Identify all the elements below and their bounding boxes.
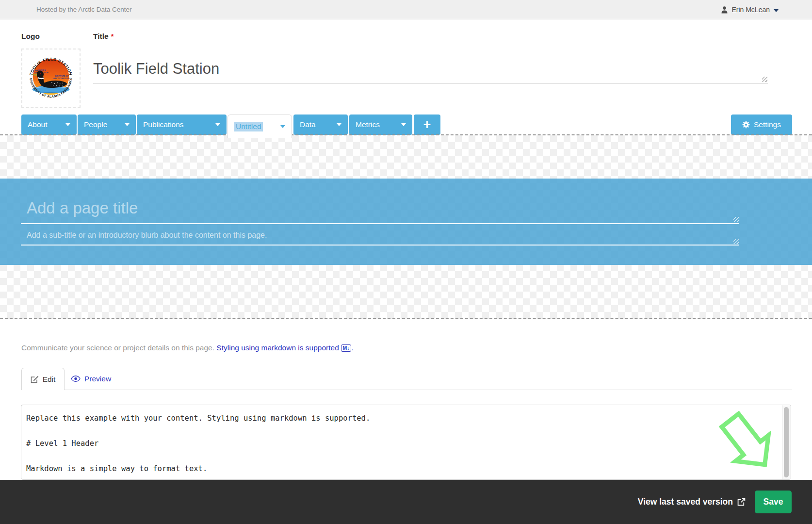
- page-title-input[interactable]: Add a page title: [21, 196, 739, 224]
- tab-preview[interactable]: Preview: [71, 368, 111, 390]
- portal-logo-upload[interactable]: TOOLIK FIELD STATION Lat 68°38' N Long 1…: [21, 49, 81, 108]
- plus-icon: +: [423, 117, 431, 132]
- settings-label: Settings: [754, 120, 781, 129]
- editor-scrollbar-thumb[interactable]: [784, 407, 789, 477]
- logo-institute-line2: ARCTIC BIOLOGY: [53, 77, 71, 80]
- portal-title-input[interactable]: Toolik Field Station: [93, 54, 768, 83]
- tab-preview-label: Preview: [84, 375, 111, 383]
- tab-about-label: About: [28, 120, 48, 129]
- chevron-down-icon[interactable]: [125, 123, 130, 126]
- markdown-intro-line: Communicate your science or project deta…: [21, 344, 353, 352]
- title-label: Title*: [93, 32, 114, 41]
- tab-metrics-label: Metrics: [356, 120, 380, 129]
- tab-data[interactable]: Data: [293, 115, 348, 135]
- tab-people[interactable]: People: [78, 115, 136, 135]
- tab-metrics[interactable]: Metrics: [349, 115, 412, 135]
- tab-publications-label: Publications: [143, 120, 184, 129]
- view-last-saved-link[interactable]: View last saved version: [638, 497, 746, 507]
- page-subtitle-input[interactable]: Add a sub-title or an introductory blurb…: [21, 228, 739, 246]
- toolik-logo-image: TOOLIK FIELD STATION Lat 68°38' N Long 1…: [24, 51, 78, 105]
- chevron-down-icon[interactable]: [280, 125, 285, 128]
- chevron-down-icon[interactable]: [401, 123, 406, 126]
- editor-footer-bar: View last saved version Save: [0, 480, 812, 524]
- required-asterisk: *: [111, 32, 114, 40]
- tab-publications[interactable]: Publications: [137, 115, 227, 135]
- add-page-button[interactable]: +: [414, 115, 440, 135]
- page-banner: Add a page title Add a sub-title or an i…: [0, 179, 812, 265]
- tab-people-label: People: [84, 120, 107, 129]
- markdown-help-link-text: Styling using markdown is supported: [216, 344, 339, 352]
- tab-data-label: Data: [300, 120, 316, 129]
- tab-edit[interactable]: Edit: [21, 368, 65, 390]
- markdown-editor-content[interactable]: Replace this example with your content. …: [21, 405, 791, 475]
- edit-pencil-icon: [31, 376, 39, 383]
- resize-grip-icon[interactable]: [733, 217, 739, 222]
- title-label-text: Title: [93, 32, 109, 40]
- portal-editor-screen: Hosted by the Arctic Data Center Erin Mc…: [0, 0, 812, 524]
- markdown-icon: M↓: [341, 344, 351, 352]
- markdown-intro-text: Communicate your science or project deta…: [21, 344, 214, 352]
- user-name: Erin McLean: [731, 6, 770, 14]
- markdown-help-link[interactable]: Styling using markdown is supported M↓.: [216, 344, 353, 352]
- top-bar: Hosted by the Arctic Data Center Erin Mc…: [0, 0, 812, 19]
- view-last-saved-label: View last saved version: [638, 497, 733, 507]
- page-title-placeholder: Add a page title: [21, 196, 739, 217]
- logo-label: Logo: [21, 32, 40, 41]
- resize-grip-icon[interactable]: [733, 239, 739, 244]
- footer-actions: View last saved version Save: [638, 480, 792, 524]
- chevron-down-icon[interactable]: [215, 123, 220, 126]
- tabs-underline: [21, 390, 792, 390]
- settings-button[interactable]: Settings: [731, 115, 792, 135]
- chevron-down-icon[interactable]: [337, 123, 341, 126]
- user-menu[interactable]: Erin McLean: [721, 0, 779, 19]
- save-button[interactable]: Save: [755, 491, 792, 513]
- resize-grip-icon[interactable]: [762, 77, 767, 82]
- section-dashed-divider: [0, 134, 812, 135]
- chevron-down-icon[interactable]: [65, 123, 70, 126]
- chevron-down-icon: [774, 9, 779, 12]
- gear-icon: [742, 121, 750, 129]
- markdown-editor[interactable]: Replace this example with your content. …: [21, 405, 791, 480]
- tab-untitled-name-input[interactable]: Untitled: [234, 122, 263, 131]
- editor-scrollbar-track: [782, 405, 791, 479]
- tab-about[interactable]: About: [21, 115, 77, 135]
- markdown-intro-suffix: .: [351, 344, 353, 352]
- eye-icon: [71, 376, 81, 382]
- hosted-by-text: Hosted by the Arctic Data Center: [36, 0, 132, 19]
- user-icon: [721, 6, 728, 14]
- tab-untitled-active[interactable]: Untitled: [227, 115, 292, 138]
- portal-title-value: Toolik Field Station: [93, 54, 768, 78]
- page-subtitle-placeholder: Add a sub-title or an introductory blurb…: [21, 228, 739, 240]
- external-link-icon: [737, 498, 746, 506]
- tab-edit-label: Edit: [43, 375, 56, 384]
